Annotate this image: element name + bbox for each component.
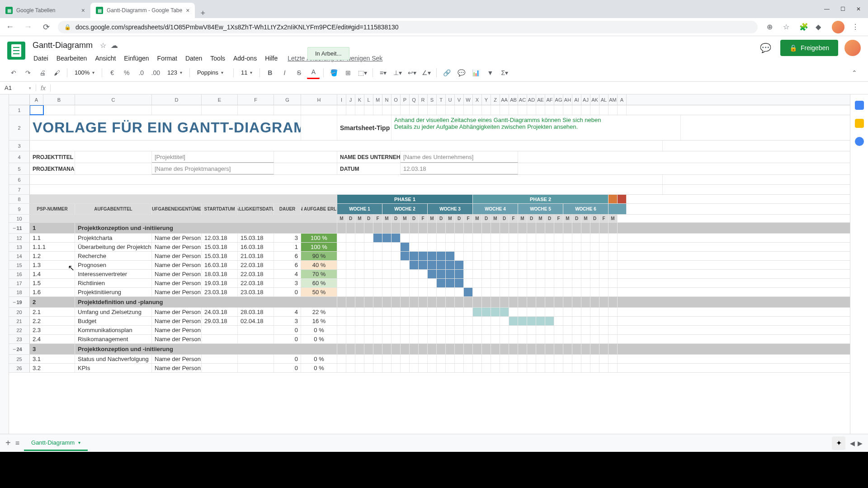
share-button[interactable]: 🔒 Freigeben (780, 40, 838, 56)
gantt-cell[interactable] (554, 234, 563, 242)
cell[interactable] (410, 223, 419, 233)
wrap-button[interactable]: ↩▾ (406, 66, 418, 79)
gantt-cell[interactable] (581, 288, 590, 296)
gantt-cell[interactable] (437, 288, 446, 296)
gantt-cell[interactable] (590, 317, 599, 325)
row-header[interactable]: 26 (9, 364, 30, 372)
gantt-cell[interactable] (446, 355, 455, 363)
day-header[interactable]: F (509, 215, 518, 222)
cell[interactable] (437, 344, 446, 354)
bookmark-icon[interactable]: ☆ (783, 23, 792, 32)
day-header[interactable]: D (410, 215, 419, 222)
gantt-cell[interactable] (373, 288, 382, 296)
gantt-cell[interactable] (364, 355, 373, 363)
pct-complete[interactable]: 90 % (301, 252, 337, 260)
column-header[interactable]: C (75, 94, 152, 105)
gantt-bar[interactable] (382, 234, 392, 242)
column-header[interactable]: A (30, 94, 43, 105)
gantt-cell[interactable] (446, 288, 455, 296)
cell[interactable] (392, 297, 401, 307)
day-header[interactable]: M (355, 215, 364, 222)
wbs-number[interactable]: 1.1 (30, 234, 75, 242)
gantt-cell[interactable] (554, 261, 563, 269)
cell[interactable] (437, 223, 446, 233)
gantt-cell[interactable] (500, 243, 509, 251)
gantt-bar[interactable] (419, 261, 428, 269)
gantt-cell[interactable] (473, 270, 482, 278)
gantt-cell[interactable] (473, 279, 482, 287)
browser-tab-active[interactable]: ▦ Gantt-Diagramm - Google Tabe × (90, 3, 195, 18)
column-header[interactable]: R (419, 94, 428, 105)
wbs-number[interactable]: 1.1.1 (30, 243, 75, 251)
gantt-cell[interactable] (355, 335, 364, 343)
gantt-bar[interactable] (410, 252, 419, 260)
cell[interactable] (419, 344, 428, 354)
due-date[interactable]: 23.03.18 (238, 288, 274, 296)
gantt-cell[interactable] (401, 288, 410, 296)
redo-button[interactable]: ↷ (22, 66, 34, 79)
menu-datei[interactable]: Datei (30, 53, 52, 64)
gantt-cell[interactable] (482, 243, 491, 251)
gantt-cell[interactable] (500, 279, 509, 287)
cell[interactable] (346, 344, 355, 354)
gantt-cell[interactable] (545, 243, 554, 251)
gantt-bar[interactable] (392, 234, 401, 242)
gantt-cell[interactable] (581, 355, 590, 363)
cell[interactable] (392, 223, 401, 233)
gantt-cell[interactable] (482, 234, 491, 242)
gantt-cell[interactable] (590, 326, 599, 334)
explore-button[interactable]: ✦ (832, 436, 845, 450)
cell[interactable] (572, 223, 581, 233)
gantt-cell[interactable] (410, 288, 419, 296)
cell[interactable] (355, 223, 364, 233)
gantt-cell[interactable] (509, 326, 518, 334)
task-title[interactable]: Projektcharta (75, 234, 152, 242)
gantt-cell[interactable] (410, 279, 419, 287)
gantt-cell[interactable] (364, 326, 373, 334)
row-header[interactable]: 9 (9, 204, 30, 214)
gantt-cell[interactable] (563, 252, 572, 260)
collapse-toggle[interactable]: − (13, 225, 16, 231)
gantt-cell[interactable] (609, 270, 618, 278)
gantt-cell[interactable] (401, 308, 410, 316)
cell[interactable] (554, 344, 563, 354)
cell[interactable] (419, 223, 428, 233)
gantt-cell[interactable] (500, 317, 509, 325)
scroll-left-icon[interactable]: ◀ (850, 440, 855, 447)
gantt-cell[interactable] (581, 317, 590, 325)
borders-button[interactable]: ⊞ (342, 66, 354, 79)
gantt-cell[interactable] (572, 335, 581, 343)
menu-tools[interactable]: Tools (207, 53, 229, 64)
gantt-cell[interactable] (545, 234, 554, 242)
column-header[interactable]: AF (545, 94, 554, 105)
cell[interactable] (373, 297, 382, 307)
duration[interactable]: 4 (274, 270, 301, 278)
column-header[interactable]: AG (554, 94, 563, 105)
gantt-bar[interactable] (455, 270, 464, 278)
row-header[interactable]: 3 (9, 141, 30, 151)
gantt-cell[interactable] (464, 364, 473, 372)
gantt-cell[interactable] (572, 261, 581, 269)
document-title[interactable]: Gantt-Diagramm (30, 40, 95, 51)
cell[interactable] (473, 297, 482, 307)
cell[interactable] (554, 297, 563, 307)
gantt-cell[interactable] (364, 335, 373, 343)
cell[interactable] (572, 105, 581, 115)
gantt-cell[interactable] (392, 288, 401, 296)
chart-button[interactable]: 📊 (469, 66, 482, 79)
text-color-button[interactable]: A (307, 66, 320, 79)
week-header[interactable]: WOCHE 1 (337, 204, 382, 214)
cell[interactable] (536, 223, 545, 233)
gantt-cell[interactable] (518, 326, 527, 334)
gantt-cell[interactable] (572, 355, 581, 363)
gantt-cell[interactable] (437, 308, 446, 316)
functions-button[interactable]: Σ▾ (498, 66, 511, 79)
gantt-cell[interactable] (392, 252, 401, 260)
cell[interactable] (590, 223, 599, 233)
cell[interactable] (545, 297, 554, 307)
gantt-cell[interactable] (527, 279, 536, 287)
cell[interactable] (455, 344, 464, 354)
wbs-number[interactable]: 1.6 (30, 288, 75, 296)
task-owner[interactable]: Name der Person (152, 335, 202, 343)
gantt-cell[interactable] (401, 355, 410, 363)
